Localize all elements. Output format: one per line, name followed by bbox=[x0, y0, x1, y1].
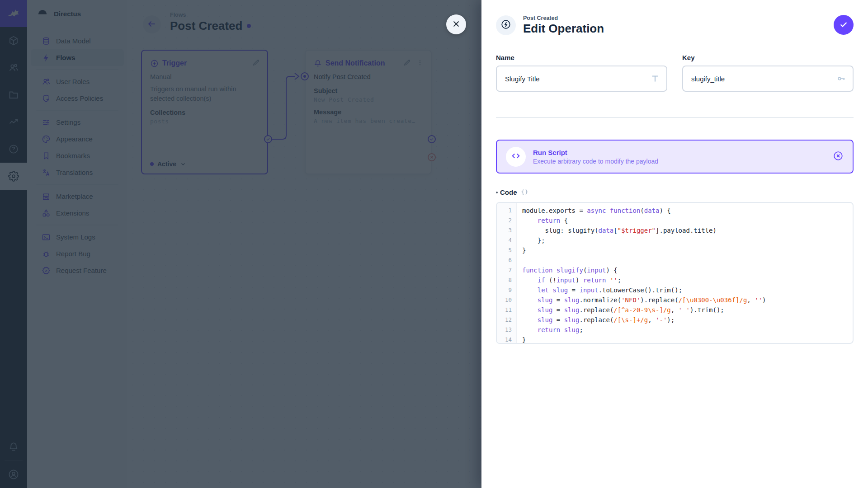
edit-operation-drawer: Post Created Edit Operation Name bbox=[481, 0, 868, 488]
drawer-header: Post Created Edit Operation bbox=[481, 0, 868, 36]
close-drawer-button[interactable] bbox=[446, 14, 466, 34]
line-number: 10 bbox=[497, 295, 516, 305]
code-gutter: 1234567891011121314 bbox=[497, 203, 517, 343]
code-icon-circle bbox=[506, 147, 526, 167]
bolt-circle-icon bbox=[500, 19, 511, 32]
operation-type-subtitle: Execute arbitrary code to modify the pay… bbox=[533, 158, 658, 165]
operation-type-title: Run Script bbox=[533, 149, 658, 156]
flow-icon-button[interactable] bbox=[496, 15, 516, 35]
code-line: slug = slug.normalize('NFD').replace(/[\… bbox=[522, 295, 853, 305]
key-input[interactable] bbox=[682, 66, 854, 92]
line-number: 9 bbox=[497, 285, 516, 295]
line-number: 13 bbox=[497, 325, 516, 335]
close-circle-icon bbox=[833, 150, 844, 163]
code-line: if (!input) return ''; bbox=[522, 275, 853, 285]
line-number: 11 bbox=[497, 305, 516, 315]
operation-type-card[interactable]: Run Script Execute arbitrary code to mod… bbox=[496, 140, 854, 174]
required-dot bbox=[496, 192, 498, 193]
line-number: 8 bbox=[497, 275, 516, 285]
drawer-overlay[interactable] bbox=[0, 0, 481, 488]
code-line: let slug = input.toLowerCase().trim(); bbox=[522, 285, 853, 295]
line-number: 14 bbox=[497, 335, 516, 344]
app: Directus Data ModelFlowsUser RolesAccess… bbox=[0, 0, 868, 488]
code-line: }; bbox=[522, 235, 853, 245]
braces-icon bbox=[521, 188, 528, 196]
code-line: } bbox=[522, 335, 853, 343]
drawer-divider bbox=[496, 117, 854, 118]
drawer-title: Edit Operation bbox=[523, 22, 604, 36]
code-icon bbox=[511, 151, 521, 163]
line-number: 5 bbox=[497, 245, 516, 255]
close-icon bbox=[451, 19, 461, 30]
code-line: return { bbox=[522, 216, 853, 225]
line-number: 12 bbox=[497, 315, 516, 325]
code-line: slug = slug.replace(/[\s-]+/g, '-'); bbox=[522, 315, 853, 325]
key-label: Key bbox=[682, 54, 854, 61]
line-number: 4 bbox=[497, 235, 516, 245]
code-line: } bbox=[522, 245, 853, 255]
drawer-breadcrumb: Post Created bbox=[523, 15, 604, 21]
line-number: 6 bbox=[497, 255, 516, 265]
name-input[interactable] bbox=[496, 66, 667, 92]
name-label: Name bbox=[496, 54, 667, 61]
line-number: 1 bbox=[497, 206, 516, 216]
save-button[interactable] bbox=[834, 15, 854, 35]
line-number: 2 bbox=[497, 216, 516, 225]
code-line: return slug; bbox=[522, 325, 853, 335]
code-editor[interactable]: 1234567891011121314 module.exports = asy… bbox=[496, 202, 854, 344]
check-icon bbox=[839, 19, 849, 31]
title-icon bbox=[650, 74, 660, 84]
code-line: slug: slugify(data["$trigger"].payload.t… bbox=[522, 225, 853, 235]
code-line bbox=[522, 255, 853, 265]
code-line: slug = slug.replace(/[^a-z0-9\s-]/g, ' '… bbox=[522, 305, 853, 315]
line-number: 7 bbox=[497, 265, 516, 275]
code-field-label: Code bbox=[500, 188, 517, 196]
code-line: function slugify(input) { bbox=[522, 265, 853, 275]
line-number: 3 bbox=[497, 225, 516, 235]
code-line: module.exports = async function(data) { bbox=[522, 206, 853, 216]
deselect-operation-button[interactable] bbox=[833, 150, 844, 163]
key-icon bbox=[836, 74, 846, 84]
code-lines: module.exports = async function(data) { … bbox=[517, 203, 853, 343]
